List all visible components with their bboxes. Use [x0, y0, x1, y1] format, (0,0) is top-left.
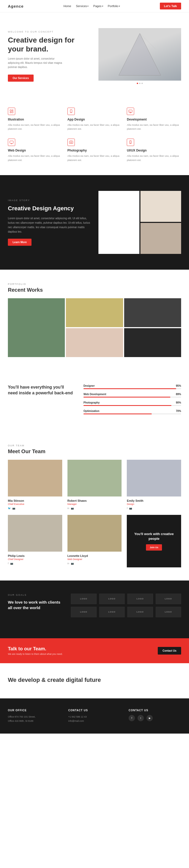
app-design-icon — [67, 107, 75, 115]
footer-col-office: OUR OFFICE Office 874 750 101 Street, Of… — [8, 709, 60, 723]
service-photography: Photography Alla modus ea nam, ea facer … — [67, 138, 122, 162]
uiux-icon — [127, 138, 134, 146]
team-join-button[interactable]: Join Us — [146, 544, 162, 551]
dark-text: IMAGE STORY Creative Design Agency Lorem… — [8, 199, 91, 246]
hero-image-container — [98, 28, 181, 84]
goal-logo-3: LOGO — [127, 594, 153, 604]
footer-social-icons: f t ▶ — [129, 715, 181, 721]
team-name-leonette: Leonette Lloyd — [67, 554, 122, 557]
svg-rect-12 — [10, 141, 13, 143]
instagram-icon-leonette[interactable]: 📷 — [71, 562, 74, 565]
service-uiux-desc: Alla modus ea nam, ea facer liber usu, a… — [127, 154, 181, 162]
skill-designer-bar-fill — [84, 388, 176, 389]
twitter-icon-footer[interactable]: t — [137, 715, 144, 721]
team-photo-mia — [8, 460, 62, 496]
service-web-desc: Alla modus ea nam, ea facer liber usu, a… — [8, 154, 62, 162]
instagram-icon-mia[interactable]: 📷 — [12, 507, 15, 509]
team-role-philip: Chief Designer — [8, 558, 62, 561]
facebook-icon-philip[interactable]: f — [8, 562, 9, 565]
nav-services[interactable]: Services▾ — [76, 4, 89, 8]
skills-title: You'll have everything you'll need insid… — [8, 384, 73, 396]
skill-webdev-label: Web Development 89% — [84, 393, 181, 396]
cta-button[interactable]: Contact Us — [158, 647, 181, 655]
svg-point-15 — [70, 142, 72, 143]
nav-pages[interactable]: Pages▾ — [93, 4, 103, 8]
goal-logo-3-text: LOGO — [136, 597, 144, 600]
hero-description: Lorem ipsum dolor sit amet, consectetur … — [8, 57, 66, 69]
goal-logo-5-text: LOGO — [80, 611, 87, 613]
skill-designer-bar-bg — [84, 388, 181, 389]
services-section: Illustration Alla modus ea nam, ea facer… — [0, 95, 189, 175]
youtube-icon-footer[interactable]: ▶ — [147, 715, 153, 721]
team-social-emily: f 📷 — [127, 507, 181, 509]
team-section: OUR TEAM Meet Our Team Mia Stinson Chief… — [0, 431, 189, 581]
team-card-leonette: Leonette Lloyd Web Designer in 📷 — [67, 515, 122, 567]
team-photo-leonette — [67, 515, 122, 552]
linkedin-icon-robert[interactable]: in — [67, 507, 69, 509]
goal-logo-8: LOGO — [156, 607, 181, 617]
cta-text: Talk to our Team. We are ready to listen… — [8, 646, 62, 655]
footer-col-contact: CONTACT US +1 842 586 12 43 info@mail.co… — [68, 709, 121, 723]
services-grid: Illustration Alla modus ea nam, ea facer… — [8, 107, 181, 162]
facebook-icon-footer[interactable]: f — [129, 715, 135, 721]
linkedin-icon-leonette[interactable]: in — [67, 562, 69, 565]
skill-opt-bar-fill — [84, 413, 152, 414]
cta-title: Talk to our Team. — [8, 646, 62, 652]
svg-rect-2 — [10, 110, 11, 111]
svg-point-18 — [130, 143, 131, 143]
goals-top: OUR GOALS We love to work with clients a… — [8, 594, 181, 617]
portfolio-item-4[interactable] — [66, 328, 123, 357]
skills-bars: Designer 95% Web Development 89% Photogr… — [84, 384, 181, 418]
skill-opt-bar-bg — [84, 413, 181, 414]
cta-desc: We are ready to listen to them about wha… — [8, 653, 62, 655]
skill-photo-bar-fill — [84, 405, 171, 406]
service-illustration: Illustration Alla modus ea nam, ea facer… — [8, 107, 62, 131]
portfolio-item-5[interactable] — [124, 328, 181, 357]
skill-designer-label: Designer 95% — [84, 384, 181, 387]
service-development: Development Alla modus ea nam, ea facer … — [127, 107, 181, 131]
hero-text: WELCOME TO OUR CONCEPT Creative design f… — [8, 30, 91, 82]
dark-img-3 — [140, 223, 181, 254]
instagram-icon-philip[interactable]: 📷 — [10, 562, 13, 565]
service-photo-title: Photography — [67, 149, 122, 152]
team-social-robert: in 📷 — [67, 507, 122, 509]
dark-cta-button[interactable]: Learn More — [8, 239, 32, 246]
goals-label: OUR GOALS — [8, 594, 63, 596]
instagram-icon-robert[interactable]: 📷 — [71, 507, 74, 509]
nav-cta-button[interactable]: Let's Talk — [160, 3, 181, 9]
footer-phone: +1 842 586 12 43 — [68, 715, 121, 719]
service-illustration-title: Illustration — [8, 118, 62, 121]
service-app-design: App Design Alla modus ea nam, ea facer l… — [67, 107, 122, 131]
team-card-emily: Emily Smith Design f 📷 — [127, 460, 181, 509]
goal-logo-8-text: LOGO — [165, 611, 172, 613]
portfolio-item-2[interactable] — [66, 298, 123, 327]
service-web-design: Web Design Alla modus ea nam, ea facer l… — [8, 138, 62, 162]
portfolio-item-3[interactable] — [124, 298, 181, 327]
hero-dots — [98, 83, 181, 84]
goals-title: We love to work with clients all over th… — [8, 599, 63, 611]
twitter-icon-mia[interactable]: 🐦 — [8, 507, 11, 509]
team-role-robert: Manager — [67, 503, 122, 505]
hero-title: Creative design for your brand. — [8, 36, 91, 53]
team-title: Meet Our Team — [8, 448, 181, 455]
hero-cta-button[interactable]: Our Services — [8, 74, 34, 82]
footer-top-title: We develop & create digital future — [8, 676, 181, 684]
portfolio-item-1[interactable] — [8, 298, 65, 357]
nav-home[interactable]: Home — [64, 4, 71, 8]
nav-portfolio[interactable]: Portfolio▾ — [108, 4, 120, 8]
team-grid: Mia Stinson Chief Executive 🐦 📷 Robert S… — [8, 460, 181, 567]
dark-desc: Lorem ipsum dolor sit amet, consectetur … — [8, 216, 91, 234]
facebook-icon-emily[interactable]: f — [127, 507, 128, 509]
portfolio-label: PORTFOLIO — [8, 283, 181, 285]
team-role-emily: Design — [127, 503, 181, 505]
hero-dot-2[interactable] — [139, 83, 140, 84]
goal-logo-2-text: LOGO — [108, 597, 116, 600]
hero-dot-3[interactable] — [141, 83, 143, 84]
skill-webdev-bar-fill — [84, 397, 170, 398]
footer-office-label: OUR OFFICE — [8, 709, 60, 712]
hero-dot-1[interactable] — [137, 83, 138, 84]
svg-rect-4 — [12, 111, 13, 113]
instagram-icon-emily[interactable]: 📷 — [129, 507, 132, 509]
skill-optimization: Optimization 70% — [84, 410, 181, 414]
service-uiux-title: UI/UX Design — [127, 149, 181, 152]
